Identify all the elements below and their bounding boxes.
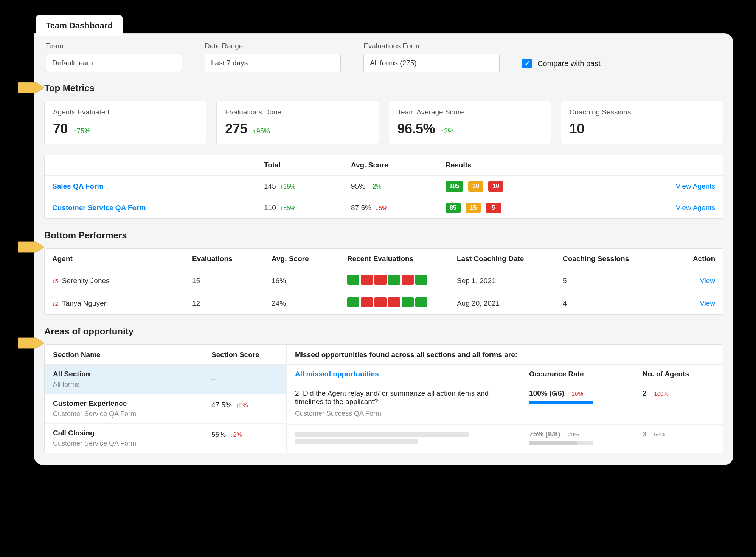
- section-score: 47.5%: [211, 401, 232, 409]
- delta-icon: 5%: [375, 205, 387, 211]
- svg-marker-0: [18, 82, 44, 93]
- result-pill-red: 10: [488, 181, 503, 192]
- filter-date-label: Date Range: [205, 42, 341, 50]
- bottom-performers-table: Agent Evaluations Avg. Score Recent Eval…: [44, 248, 723, 315]
- result-pill-green: 105: [446, 181, 463, 192]
- result-pill-red: 5: [486, 203, 501, 213]
- ghost-line: [295, 432, 469, 437]
- delta-up-icon: 75%: [73, 127, 90, 135]
- result-pill-green: 85: [446, 203, 461, 213]
- agent-count: 3: [643, 430, 647, 438]
- result-pill-yellow: 30: [468, 181, 483, 192]
- result-pill-yellow: 15: [466, 203, 481, 213]
- section-row[interactable]: Customer Experience Customer Service QA …: [45, 394, 286, 424]
- tab-team-dashboard[interactable]: Team Dashboard: [36, 15, 123, 36]
- question-text: 2. Did the Agent relay and/ or summarize…: [295, 389, 518, 406]
- eval-chip-red: [374, 275, 387, 285]
- date-range-select[interactable]: Last 7 days: [205, 54, 341, 72]
- form-name-link[interactable]: Customer Service QA Form: [52, 204, 146, 212]
- view-agents-link[interactable]: View Agents: [676, 182, 715, 190]
- col-action: Action: [681, 249, 723, 269]
- col-evaluations: Evaluations: [185, 249, 264, 269]
- section-row[interactable]: All Section All forms _: [45, 365, 286, 394]
- section-areas-title: Areas of opportunity: [44, 326, 723, 337]
- svg-marker-1: [18, 242, 44, 252]
- agent-name: Serenity Jones: [62, 277, 110, 285]
- total-value: 145: [264, 182, 276, 190]
- metric-label: Coaching Sessions: [570, 108, 714, 116]
- rank-down-icon: 2: [52, 300, 58, 307]
- metric-card: Evaluations Done 275 95%: [216, 101, 379, 144]
- delta-up-icon: 85%: [280, 205, 295, 211]
- section-name: Customer Experience: [53, 399, 195, 408]
- metric-label: Agents Evaluated: [53, 108, 198, 116]
- last-coaching-date: Aug 20, 2021: [449, 292, 555, 314]
- occurrence-rate: 100% (6/6): [529, 389, 564, 397]
- avg-score: 24%: [264, 292, 340, 314]
- eval-chip-red: [361, 275, 373, 285]
- col-all-missed[interactable]: All missed opportunities: [295, 370, 529, 378]
- col-section-score: Section Score: [203, 345, 286, 365]
- section-score: 55%: [211, 430, 226, 438]
- metric-label: Team Average Score: [397, 108, 542, 116]
- delta-icon: 66%: [651, 431, 666, 438]
- coaching-sessions: 4: [555, 292, 681, 314]
- metric-card: Agents Evaluated 70 75%: [44, 101, 206, 144]
- view-link[interactable]: View: [700, 277, 715, 285]
- metric-label: Evaluations Done: [225, 108, 370, 116]
- delta-down-icon: 5%: [236, 402, 248, 408]
- eval-chip-green: [347, 275, 359, 285]
- total-value: 110: [264, 204, 276, 212]
- section-sub: Customer Service QA Form: [53, 439, 195, 447]
- eval-chip-red: [361, 297, 373, 307]
- svg-marker-2: [18, 338, 44, 348]
- table-row: Customer Service QA Form 110 85% 87.5% 5…: [45, 197, 723, 218]
- team-select[interactable]: Default team: [46, 54, 182, 72]
- section-bottom-performers-title: Bottom Performers: [44, 230, 723, 241]
- forms-table: Total Avg. Score Results Sales QA Form 1…: [44, 155, 723, 219]
- compare-checkbox-row[interactable]: ✓ Compare with past: [522, 59, 601, 72]
- section-row[interactable]: Call Closing Customer Service QA Form 55…: [45, 424, 286, 453]
- col-avg-score: Avg. Score: [264, 249, 340, 269]
- metric-value: 275: [225, 121, 247, 137]
- col-recent: Recent Evaluations: [340, 249, 449, 269]
- eval-chip-green: [388, 275, 400, 285]
- checkbox-checked-icon: ✓: [522, 59, 532, 68]
- eval-chip-red: [388, 297, 400, 307]
- col-no-agents: No. of Agents: [643, 370, 714, 378]
- col-last-coaching: Last Coaching Date: [449, 249, 555, 269]
- section-sub: All forms: [53, 381, 195, 388]
- section-score: _: [211, 371, 216, 379]
- opportunity-row[interactable]: 75% (6/8) 20% 3 66%: [287, 425, 723, 453]
- view-link[interactable]: View: [700, 299, 715, 307]
- metric-card: Coaching Sessions 10: [561, 101, 723, 144]
- ghost-line: [295, 439, 418, 444]
- filter-form-label: Evaluations Form: [363, 42, 500, 50]
- evaluations-form-select[interactable]: All forms (275): [363, 54, 500, 72]
- eval-chip-red: [374, 297, 387, 307]
- filters-row: Team Default team Date Range Last 7 days…: [44, 42, 723, 72]
- eval-chip-green: [415, 275, 427, 285]
- form-name-link[interactable]: Sales QA Form: [52, 182, 104, 190]
- metric-value: 70: [53, 121, 68, 137]
- col-agent: Agent: [45, 249, 185, 269]
- progress-bar: [529, 441, 593, 445]
- metric-value: 96.5%: [397, 121, 435, 137]
- opportunity-row[interactable]: 2. Did the Agent relay and/ or summarize…: [287, 384, 723, 425]
- delta-up-icon: 2%: [440, 127, 454, 135]
- section-sub: Customer Service QA Form: [53, 410, 195, 418]
- table-row: 2Tanya Nguyen 12 24% Aug 20, 2021 4 View: [45, 292, 723, 314]
- eval-count: 12: [185, 292, 264, 314]
- view-agents-link[interactable]: View Agents: [676, 204, 715, 212]
- progress-bar: [529, 401, 593, 404]
- rank-down-icon: 5: [52, 278, 58, 284]
- col-sessions: Coaching Sessions: [555, 249, 681, 269]
- dashboard-panel: Team Default team Date Range Last 7 days…: [34, 33, 733, 465]
- col-section-name: Section Name: [45, 345, 203, 365]
- eval-count: 15: [185, 269, 264, 292]
- eval-chip-green: [415, 297, 427, 307]
- delta-icon: 2%: [369, 183, 382, 190]
- eval-chip-green: [402, 297, 414, 307]
- missed-opportunities-header: Missed opportunities found across all se…: [287, 345, 723, 365]
- section-name: All Section: [53, 370, 195, 378]
